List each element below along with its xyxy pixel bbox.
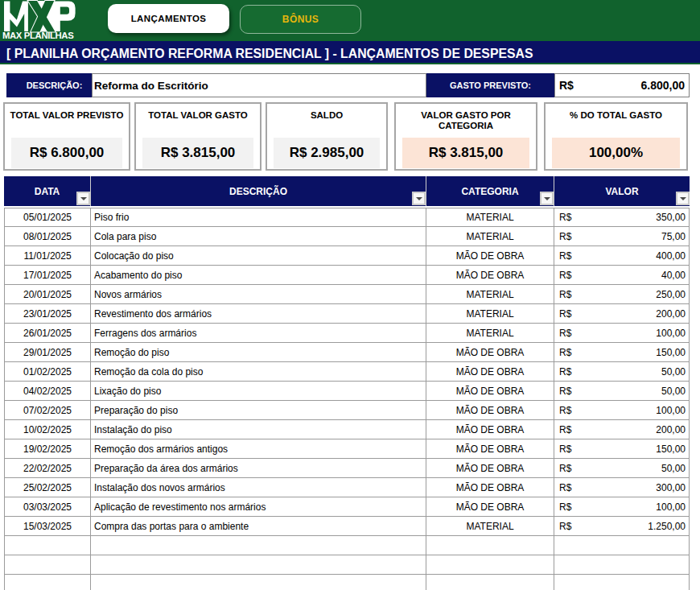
svg-text:MAX PLANILHAS: MAX PLANILHAS — [2, 31, 74, 40]
